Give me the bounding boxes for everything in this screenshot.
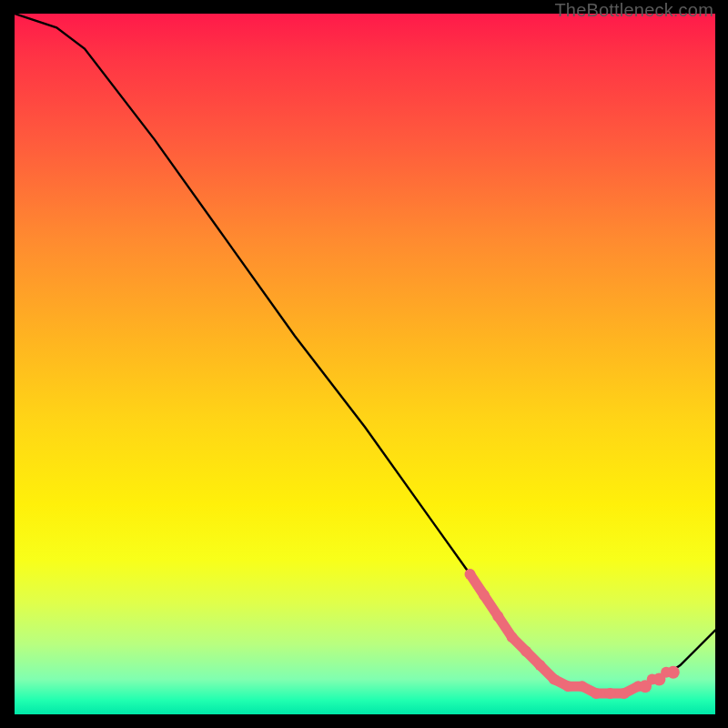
bottleneck-curve <box>15 14 715 693</box>
watermark-text: TheBottleneck.com <box>554 0 713 21</box>
marker-dot <box>465 569 476 580</box>
marker-big-dot <box>639 680 652 693</box>
marker-dot <box>577 681 588 692</box>
marker-big-dot <box>652 673 665 686</box>
marker-dot <box>549 674 560 685</box>
marker-dot <box>619 688 630 699</box>
plot-area <box>15 14 715 714</box>
marker-dot <box>492 611 503 622</box>
chart-svg <box>15 14 715 714</box>
marker-dot <box>562 681 573 692</box>
marker-dot <box>521 646 531 657</box>
marker-group <box>465 569 672 699</box>
marker-big-dot <box>667 666 680 679</box>
big-marker-group <box>639 666 680 693</box>
chart-frame: TheBottleneck.com <box>0 0 728 728</box>
marker-dot <box>479 590 490 601</box>
marker-dot <box>535 660 546 671</box>
marker-dot <box>605 688 616 699</box>
marker-dot <box>507 632 518 642</box>
marker-dot <box>591 688 602 699</box>
